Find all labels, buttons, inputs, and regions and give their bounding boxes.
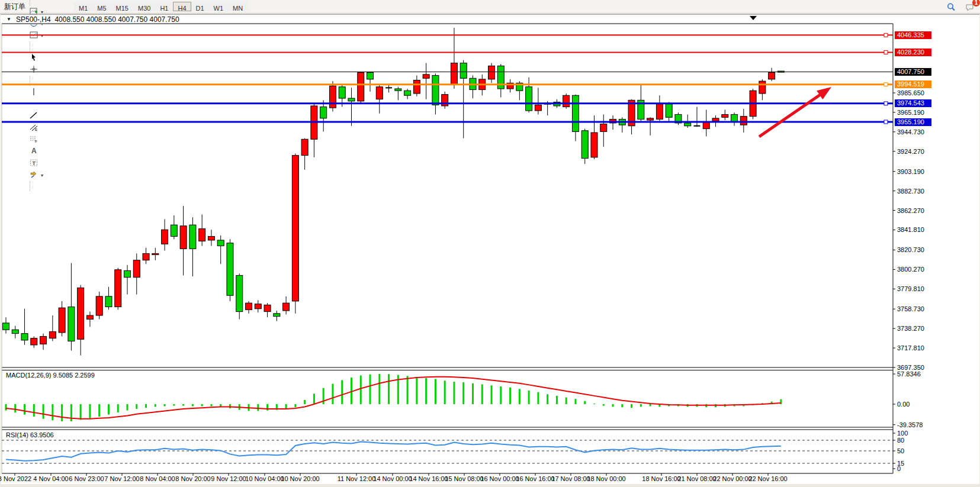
rsi-line <box>6 441 781 460</box>
line-anchor-handle[interactable] <box>884 83 888 86</box>
current-price-label: 4007.750 <box>895 68 931 76</box>
price-axis-tick: 3862.270 <box>897 207 924 214</box>
date-axis-label: 14 Nov 00:00 <box>373 475 412 482</box>
date-axis-label: 18 Nov 00:00 <box>587 475 625 482</box>
macd-signal-line <box>6 377 781 419</box>
macd-axis-label: 57.8346 <box>897 370 921 378</box>
date-axis-label: 9 Nov 12:00 <box>211 475 246 482</box>
date-axis-label: 21 Nov 08:00 <box>677 475 716 482</box>
date-axis-label: 8 Nov 20:00 <box>175 475 210 482</box>
date-axis-label: 16 Nov 16:00 <box>516 475 554 482</box>
date-axis-label: 17 Nov 08:00 <box>551 475 590 482</box>
line-price-label: 4028.230 <box>895 49 931 56</box>
date-axis-label: 10 Nov 04:00 <box>245 475 284 482</box>
date-axis-label: 18 Nov 16:00 <box>642 475 680 482</box>
line-price-label: 4046.335 <box>895 31 931 39</box>
line-anchor-handle[interactable] <box>884 120 888 124</box>
chart-shift-marker[interactable] <box>750 16 757 20</box>
date-axis-label: 10 Nov 20:00 <box>281 475 319 482</box>
line-price-label: 3974.543 <box>895 99 931 107</box>
date-axis-label: 6 Nov 23:00 <box>69 475 104 482</box>
candlestick-series <box>3 28 785 356</box>
rsi-label: RSI(14) 63.9506 <box>6 431 54 438</box>
price-axis-tick: 3965.190 <box>897 109 924 116</box>
macd-axis-label: -39.3578 <box>897 421 923 428</box>
line-anchor-handle[interactable] <box>884 102 888 105</box>
price-axis-tick: 3779.810 <box>897 285 924 292</box>
date-axis-label: 15 Nov 08:00 <box>445 475 483 482</box>
window-bottom-edge <box>0 484 980 487</box>
date-axis-label: 22 Nov 00:00 <box>713 475 751 482</box>
date-axis-label: 7 Nov 12:00 <box>104 475 139 482</box>
price-axis-tick: 3944.730 <box>897 128 924 136</box>
date-axis-label: 16 Nov 00:00 <box>480 475 519 482</box>
price-axis-tick: 3903.190 <box>897 168 924 175</box>
date-axis-label: 11 Nov 12:00 <box>338 475 376 482</box>
rsi-axis-label: 50 <box>897 447 904 454</box>
line-price-label: 3994.519 <box>895 80 931 88</box>
date-axis-label: 8 Nov 04:00 <box>140 475 175 482</box>
price-axis-tick: 3841.810 <box>897 226 924 233</box>
price-axis-tick: 3820.730 <box>897 246 924 253</box>
date-axis-label: 14 Nov 16:00 <box>409 475 448 482</box>
price-axis-tick: 3738.270 <box>897 325 924 332</box>
price-axis-tick: 3758.730 <box>897 305 924 312</box>
price-axis-tick: 3800.270 <box>897 266 924 273</box>
macd-label: MACD(12,26,9) 9.5085 2.2599 <box>6 372 95 379</box>
trend-arrow-head[interactable] <box>817 87 831 99</box>
rsi-axis-label: 80 <box>897 437 904 444</box>
line-anchor-handle[interactable] <box>884 50 888 54</box>
macd-axis-label: 0.00 <box>897 401 910 408</box>
rsi-axis-label: 0 <box>897 465 901 472</box>
date-axis-label: 4 Nov 04:00 <box>33 475 68 482</box>
date-axis-label: 22 Nov 16:00 <box>748 475 787 482</box>
price-axis-tick: 3985.650 <box>897 89 924 96</box>
line-price-label: 3955.190 <box>895 118 931 126</box>
chart-canvas <box>0 0 980 487</box>
price-axis-tick: 3717.810 <box>897 344 924 351</box>
rsi-axis-label: 100 <box>897 430 908 437</box>
price-axis-tick: 3924.270 <box>897 148 924 155</box>
price-axis-tick: 3882.730 <box>897 188 924 195</box>
date-axis-label: 3 Nov 2022 <box>0 475 31 482</box>
trend-arrow-object[interactable] <box>759 93 822 137</box>
macd-indicator <box>6 374 781 421</box>
line-anchor-handle[interactable] <box>884 33 888 37</box>
